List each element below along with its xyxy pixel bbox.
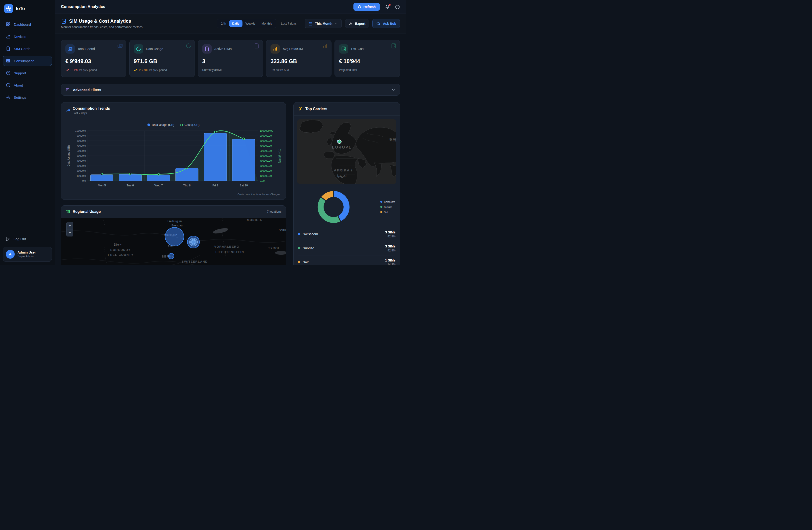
sidebar-nav: Dashboard Devices SIM Cards Consumption … [3,19,52,102]
sidebar-item-about[interactable]: About [3,80,52,90]
help-button[interactable] [395,4,400,9]
stat-value: 323.86 GB [271,58,327,65]
month-selector[interactable]: This Month [305,19,342,28]
refresh-button[interactable]: Refresh [353,3,380,11]
trends-subtitle: Last 7 days [73,112,110,115]
sidebar-item-settings[interactable]: Settings [3,92,52,102]
carrier-row-swisscom[interactable]: Swisscom 3 SIMs 42.9% [298,227,395,241]
svg-text:70000.0: 70000.0 [77,144,86,147]
chevron-down-icon [335,22,338,25]
legend-ring [180,124,183,126]
legend-dot [380,206,382,208]
sidebar-item-label: Dashboard [14,23,31,26]
svg-text:亚洲: 亚洲 [389,138,396,141]
svg-text:60000.0: 60000.0 [77,150,86,152]
topbar: Consumption Analytics Refresh [55,0,406,14]
carrier-row-sunrise[interactable]: Sunrise 3 SIMs 42.9% [298,241,395,255]
svg-text:0.0: 0.0 [82,179,86,182]
sim-card-icon [6,46,11,51]
svg-text:600000.00: 600000.00 [260,150,272,152]
advanced-filters-label: Advanced Filters [73,88,101,92]
chevron-down-icon[interactable] [391,88,395,92]
ask-bob-button[interactable]: Ask Bob [372,19,400,28]
svg-text:Tue 6: Tue 6 [127,184,134,187]
legend-dot [380,201,382,203]
svg-text:300000.00: 300000.00 [260,164,272,167]
svg-text:50000.0: 50000.0 [77,154,86,157]
svg-text:30000.0: 30000.0 [77,164,86,167]
stat-label: Data Usage [146,47,163,51]
svg-text:700000.00: 700000.00 [260,144,272,147]
stat-label: Active SIMs [215,47,232,51]
stat-card-active-sims: Active SIMs 3 Currently active [198,40,263,77]
carriers-header: Top Carriers [294,102,400,115]
carriers-title: Top Carriers [305,107,327,111]
sidebar-item-dashboard[interactable]: Dashboard [3,19,52,29]
zoom-out-button[interactable]: − [67,229,73,236]
logout-label: Log Out [14,237,26,241]
stat-value: 971.6 GB [134,58,190,65]
svg-text:Fri 9: Fri 9 [212,184,218,187]
advanced-filters-bar[interactable]: Advanced Filters [61,84,400,96]
world-map[interactable]: EUROPE 亚洲 AFRIKA / أفريقيا [294,115,400,184]
sidebar-item-sim-cards[interactable]: SIM Cards [3,43,52,54]
usage-bubble[interactable] [168,253,174,259]
time-range-daily[interactable]: Daily [229,20,243,27]
notification-dot [389,4,391,6]
download-icon [349,22,353,26]
zoom-in-button[interactable]: + [67,222,73,229]
bar-chart-icon [271,44,280,54]
info-icon [6,83,11,87]
carrier-row-salt[interactable]: Salt 1 SIMs 14.3% [298,255,395,265]
svg-text:800000.00: 800000.00 [260,139,272,142]
map-label: Freiburg im [168,220,182,223]
notifications-button[interactable] [385,4,390,9]
svg-text:1000000.00: 1000000.00 [260,129,273,132]
banknote-icon [66,44,75,54]
logout-button[interactable]: Log Out [3,234,52,243]
logout-icon [5,236,10,241]
export-button[interactable]: Export [345,19,369,28]
svg-text:Mon 5: Mon 5 [98,184,106,187]
svg-text:100000.00: 100000.00 [260,175,272,177]
carriers-donut-section: SwisscomSunriseSalt [294,184,400,227]
svg-text:80000.0: 80000.0 [77,139,86,142]
donut-legend-item[interactable]: Sunrise [380,206,395,208]
map-label: SWITZERLAND [182,260,208,263]
time-range-24h[interactable]: 24h [218,20,229,27]
legend-cost[interactable]: Cost (EUR) [180,123,200,127]
regional-map[interactable]: + − MUNICH•Freiburg imBreisgauSalzburMul… [61,218,286,265]
sidebar-item-devices[interactable]: Devices [3,31,52,42]
banknote-ghost-icon [117,43,123,48]
stat-card-est-cost: Est. Cost € 10'944 Projected total [334,40,400,77]
user-card[interactable]: A Admin User Super Admin [3,247,52,262]
trends-chart[interactable]: 0.00.0010000.0100000.0020000.0200000.003… [64,127,282,193]
loader-ring-ghost-icon [186,43,191,48]
svg-text:90000.0: 90000.0 [77,134,86,137]
sidebar-item-consumption[interactable]: Consumption [3,56,52,66]
stat-value: 3 [202,58,259,65]
usage-bubble[interactable] [165,227,184,246]
chart-legend: Data Usage (GB) Cost (EUR) [64,121,282,127]
calculator-icon [339,44,348,54]
time-range-monthly[interactable]: Monthly [258,20,275,27]
user-name: Admin User [17,251,36,254]
regional-title: Regional Usage [73,210,101,214]
donut-legend: SwisscomSunriseSalt [380,200,395,213]
legend-data-usage[interactable]: Data Usage (GB) [147,123,174,127]
antenna-icon [298,107,303,111]
carriers-donut-chart[interactable] [314,187,353,227]
donut-legend-item[interactable]: Swisscom [380,200,395,203]
robot-icon [376,21,380,26]
sidebar-item-support[interactable]: Support [3,68,52,78]
donut-legend-item[interactable]: Salt [380,211,395,213]
svg-text:Thu 8: Thu 8 [183,184,191,187]
carrier-list: Swisscom 3 SIMs 42.9% Sunrise 3 SIMs [294,227,400,265]
bar-chart-ghost-icon [322,43,328,48]
sidebar-item-label: Devices [14,34,26,39]
time-range-weekly[interactable]: Weekly [243,20,258,27]
locations-count: 7 locations [267,210,281,213]
trends-title: Consumption Trends [73,107,110,111]
svg-text:400000.00: 400000.00 [260,159,272,162]
svg-text:20000.0: 20000.0 [77,169,86,172]
